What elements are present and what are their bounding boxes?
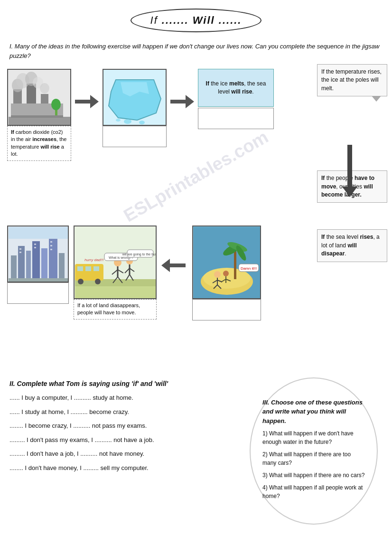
svg-rect-40 xyxy=(93,266,99,271)
exercise-line-1: ...... I buy a computer, I .......... st… xyxy=(9,393,240,403)
svg-rect-30 xyxy=(50,245,52,246)
svg-rect-28 xyxy=(34,247,36,248)
svg-point-12 xyxy=(51,99,61,110)
cartoon-image: What is wrong?? we are going to the bus!… xyxy=(74,226,157,299)
exercise-line-2: ...... I study at home, I .......... bec… xyxy=(9,407,240,417)
section-ii: II. Complete what Tom is saying using 'i… xyxy=(9,380,240,525)
speech-box-ice-melts: If the ice melts, the sea level will ris… xyxy=(198,69,274,107)
svg-point-15 xyxy=(124,119,131,124)
exercise-line-5: ......... I don't have a job, I ........… xyxy=(9,449,240,459)
puzzle-area: If the temperature rises, the ice at the… xyxy=(0,64,392,373)
svg-rect-29 xyxy=(50,241,52,243)
svg-text:hurry dad!!!: hurry dad!!! xyxy=(84,258,104,262)
svg-point-7 xyxy=(40,83,49,94)
island-fill-box xyxy=(192,299,261,320)
city-column xyxy=(7,226,69,304)
svg-rect-18 xyxy=(11,255,17,279)
svg-rect-25 xyxy=(19,248,21,250)
factory-image xyxy=(7,69,71,126)
note-box-1: If the temperature rises, the ice at the… xyxy=(317,64,387,96)
arrow-island-to-cartoon xyxy=(161,259,187,273)
svg-rect-33 xyxy=(9,227,68,239)
big-arrow-down xyxy=(347,145,352,188)
cartoon-caption: If a lot of land diasappears, people wil… xyxy=(74,299,157,320)
svg-rect-39 xyxy=(85,266,91,271)
svg-rect-32 xyxy=(9,278,68,282)
svg-rect-23 xyxy=(49,239,57,279)
svg-point-16 xyxy=(139,121,145,124)
svg-point-17 xyxy=(116,119,121,122)
section-iii-heading: III. Choose one of these questions and w… xyxy=(262,398,365,426)
exercise-line-4: ......... I don't pass my exams, I .....… xyxy=(9,435,240,445)
circle-container: III. Choose one of these questions and w… xyxy=(250,377,378,525)
island-image: Damn it!!! xyxy=(192,226,261,299)
factory-column: If carbon dioxide (co2) in the air incre… xyxy=(7,69,71,161)
section1-instruction: I. Many of the ideas in the following ex… xyxy=(9,42,383,60)
svg-rect-24 xyxy=(59,253,65,279)
section-iii-q4: 4) What will happen if all people work a… xyxy=(262,483,365,500)
title-oval: If ....... Will ...... xyxy=(131,9,262,32)
section-iii-q2: 2) What will happen if there are too man… xyxy=(262,450,365,467)
svg-text:we are going to the bus!: we are going to the bus! xyxy=(121,253,155,256)
svg-point-73 xyxy=(223,271,229,276)
arrow-ice-to-speech xyxy=(170,95,194,110)
exercise-line-6: ........ I don't have money, I .........… xyxy=(9,463,240,473)
speech-column: If the ice melts, the sea level will ris… xyxy=(198,69,274,129)
city-image xyxy=(7,226,69,282)
svg-rect-19 xyxy=(18,246,25,279)
ice-column xyxy=(103,69,167,147)
factory-caption: If carbon dioxide (co2) in the air incre… xyxy=(7,126,71,161)
svg-text:Damn it!!!: Damn it!!! xyxy=(240,266,256,271)
arrow-factory-to-ice xyxy=(75,95,99,110)
svg-point-42 xyxy=(95,279,101,284)
section-iii-q1: 1) What will happen if we don't have eno… xyxy=(262,429,365,446)
cartoon-column: What is wrong?? we are going to the bus!… xyxy=(74,226,157,320)
circle-content: III. Choose one of these questions and w… xyxy=(262,398,365,505)
ice-image xyxy=(103,69,167,126)
section-ii-heading: II. Complete what Tom is saying using 'i… xyxy=(9,380,240,387)
svg-rect-27 xyxy=(34,244,36,245)
svg-rect-20 xyxy=(26,251,31,279)
right-boxes: If the temperature rises, the ice at the… xyxy=(317,64,387,262)
note-box-3: If the sea level rises, a lot of land wi… xyxy=(317,229,387,262)
svg-rect-8 xyxy=(9,117,70,125)
svg-point-41 xyxy=(78,279,84,284)
svg-rect-63 xyxy=(234,251,236,279)
svg-rect-26 xyxy=(19,252,21,253)
svg-rect-31 xyxy=(50,249,52,250)
title-area: If ....... Will ...... xyxy=(0,0,392,37)
exercise-line-3: ........ I become crazy, I .......... no… xyxy=(9,421,240,431)
speech-fill-box xyxy=(198,108,274,129)
island-column: Damn it!!! xyxy=(192,226,261,320)
ice-fill-box xyxy=(103,126,167,147)
svg-rect-22 xyxy=(41,248,47,279)
svg-rect-38 xyxy=(77,266,83,271)
bottom-sections: II. Complete what Tom is saying using 'i… xyxy=(0,373,392,534)
section-iii-q3: 3) What will happen if there are no cars… xyxy=(262,471,365,480)
section-iii: III. Choose one of these questions and w… xyxy=(250,380,383,525)
svg-rect-10 xyxy=(11,115,63,118)
city-fill-box xyxy=(7,282,69,304)
svg-point-67 xyxy=(214,271,221,278)
